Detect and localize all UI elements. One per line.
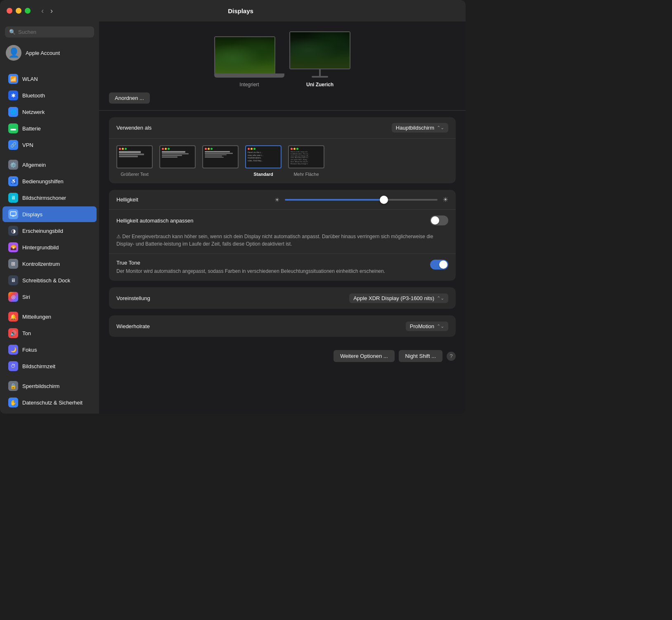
fokus-icon: 🌙 xyxy=(8,345,18,355)
minimize-button[interactable] xyxy=(16,8,21,14)
avatar-icon: 👤 xyxy=(8,47,19,58)
window-title: Displays xyxy=(55,7,426,14)
search-bar[interactable]: 🔍 xyxy=(5,26,94,38)
sidebar-item-fokus[interactable]: 🌙 Fokus xyxy=(2,342,97,357)
sidebar-item-mitteilungen[interactable]: 🔔 Mitteilungen xyxy=(2,309,97,324)
res-option-3[interactable] xyxy=(202,145,239,177)
display-thumb-uni-zuerich[interactable]: Uni Zuerich xyxy=(289,31,350,88)
res-option-2[interactable] xyxy=(159,145,196,177)
sidebar-item-label: Fokus xyxy=(22,347,37,353)
sidebar-item-erscheinungsbild[interactable]: ◑ Erscheinungsbild xyxy=(2,223,97,239)
dropdown-arrows-icon: ⌃⌄ xyxy=(437,324,444,329)
hauptbildschirm-dropdown[interactable]: Hauptbildschirm ⌃⌄ xyxy=(392,123,448,133)
sidebar-item-displays[interactable]: Displays xyxy=(2,206,97,222)
sidebar-item-netzwerk[interactable]: 🌐 Netzwerk xyxy=(2,104,97,120)
sidebar-item-label: Kontrollzentrum xyxy=(22,261,60,267)
apple-account-item[interactable]: 👤 Apple Account xyxy=(0,41,99,65)
display-thumb-integrated[interactable]: Integriert xyxy=(214,36,284,88)
sidebar-item-ton[interactable]: 🔊 Ton xyxy=(2,325,97,341)
erscheinungsbild-icon: ◑ xyxy=(8,226,18,236)
true-tone-toggle[interactable] xyxy=(430,260,448,270)
sidebar-item-bildschirmschoner[interactable]: 🖥 Bildschirmschoner xyxy=(2,190,97,206)
kontrollzentrum-icon: ⊞ xyxy=(8,259,18,269)
sidebar-item-label: Bildschirmschoner xyxy=(22,195,66,201)
sun-small-icon: ☀ xyxy=(274,196,280,203)
sidebar-item-bluetooth[interactable]: ✱ Bluetooth xyxy=(2,88,97,103)
true-tone-desc: Der Monitor wird automatisch angepasst, … xyxy=(116,267,424,275)
res-option-groesser[interactable]: Größerer Text xyxy=(116,145,153,177)
sidebar-item-label: Siri xyxy=(22,294,30,300)
verwenden-als-row: Verwenden als Hauptbildschirm ⌃⌄ xyxy=(109,117,456,139)
title-bar: ‹ › Displays xyxy=(0,0,466,21)
datenschutz-icon: ✋ xyxy=(8,398,18,407)
sidebar: 🔍 👤 Apple Account 📶 WLAN ✱ Bluetooth 🌐 N… xyxy=(0,21,99,414)
sidebar-item-label: Datenschutz & Sicherheit xyxy=(22,400,83,406)
search-input[interactable] xyxy=(18,29,90,35)
auto-helligkeit-toggle[interactable] xyxy=(430,215,448,225)
toggle-knob xyxy=(431,216,439,225)
hauptbildschirm-value: Hauptbildschirm xyxy=(396,125,434,131)
maximize-button[interactable] xyxy=(25,8,31,14)
true-tone-title: True Tone xyxy=(116,260,424,266)
helligkeit-section: Helligkeit ☀ ☀ Helligkeit automatisch an… xyxy=(109,190,456,281)
true-tone-text: True Tone Der Monitor wird automatisch a… xyxy=(116,260,424,275)
wiederholrate-value: ProMotion xyxy=(410,323,434,329)
sidebar-item-sperrbildschirm[interactable]: 🔒 Sperrbildschirm xyxy=(2,378,97,394)
integrated-display-label: Integriert xyxy=(239,82,259,88)
voreinstellung-label: Voreinstellung xyxy=(116,295,349,301)
bluetooth-icon: ✱ xyxy=(8,90,18,100)
sperrbildschirm-icon: 🔒 xyxy=(8,381,18,391)
res-option-mehr-flaeche[interactable]: Here's to the crazy one troubleshooters.… xyxy=(288,145,324,177)
sidebar-item-schreibtisch[interactable]: 🖥 Schreibtisch & Dock xyxy=(2,272,97,288)
brightness-thumb xyxy=(380,196,388,204)
weitere-optionen-button[interactable]: Weitere Optionen ... xyxy=(334,350,394,362)
siri-icon: ◎ xyxy=(8,292,18,302)
wlan-icon: 📶 xyxy=(8,74,18,84)
sidebar-item-kontrollzentrum[interactable]: ⊞ Kontrollzentrum xyxy=(2,256,97,272)
sidebar-item-wlan[interactable]: 📶 WLAN xyxy=(2,71,97,87)
traffic-lights xyxy=(7,8,31,14)
bildschirmschoner-icon: 🖥 xyxy=(8,193,18,203)
sidebar-item-datenschutz[interactable]: ✋ Datenschutz & Sicherheit xyxy=(2,395,97,410)
bildschirmzeit-icon: ⏱ xyxy=(8,361,18,371)
arrange-button[interactable]: Anordnen ... xyxy=(109,92,150,104)
sidebar-item-batterie[interactable]: ▬ Batterie xyxy=(2,121,97,136)
voreinstellung-dropdown[interactable]: Apple XDR Display (P3-1600 nits) ⌃⌄ xyxy=(349,293,448,303)
res-option-standard[interactable]: Here's to the c... ones who see t... tro… xyxy=(245,145,282,177)
search-icon: 🔍 xyxy=(9,29,16,35)
sidebar-item-label: Sperrbildschirm xyxy=(22,383,59,389)
sidebar-item-allgemein[interactable]: ⚙️ Allgemein xyxy=(2,157,97,173)
arrange-bar: Anordnen ... xyxy=(99,88,466,104)
sidebar-item-hintergrundbild[interactable]: 🌄 Hintergrundbild xyxy=(2,239,97,255)
res-label-standard: Standard xyxy=(253,172,273,177)
ton-icon: 🔊 xyxy=(8,328,18,338)
wiederholrate-row: Wiederholrate ProMotion ⌃⌄ xyxy=(109,315,456,337)
res-label-groesser: Größerer Text xyxy=(121,172,149,177)
night-shift-button[interactable]: Night Shift ... xyxy=(399,350,442,362)
voreinstellung-row: Voreinstellung Apple XDR Display (P3-160… xyxy=(109,287,456,309)
warning-text: ⚠ Der Energieverbrauch kann höher sein, … xyxy=(116,233,448,248)
mitteilungen-icon: 🔔 xyxy=(8,312,18,322)
help-button[interactable]: ? xyxy=(447,352,456,361)
warning-row: ⚠ Der Energieverbrauch kann höher sein, … xyxy=(109,231,456,253)
res-preview-2 xyxy=(159,145,196,168)
sidebar-item-bedienungshilfen[interactable]: ♿ Bedienungshilfen xyxy=(2,173,97,189)
displays-icon xyxy=(8,209,18,219)
close-button[interactable] xyxy=(7,8,12,14)
back-arrow[interactable]: ‹ xyxy=(39,6,46,16)
res-preview-standard: Here's to the c... ones who see t... tro… xyxy=(245,145,282,168)
sidebar-item-vpn[interactable]: 🔗 VPN xyxy=(2,137,97,153)
wiederholrate-dropdown[interactable]: ProMotion ⌃⌄ xyxy=(406,322,448,331)
brightness-slider[interactable] xyxy=(285,199,438,201)
res-preview-groesser xyxy=(116,145,153,168)
svg-rect-1 xyxy=(12,216,14,217)
allgemein-icon: ⚙️ xyxy=(8,160,18,170)
sidebar-item-label: Displays xyxy=(22,211,43,218)
main-layout: 🔍 👤 Apple Account 📶 WLAN ✱ Bluetooth 🌐 N… xyxy=(0,21,466,414)
wiederholrate-label: Wiederholrate xyxy=(116,323,406,329)
verwenden-als-section: Verwenden als Hauptbildschirm ⌃⌄ xyxy=(109,117,456,183)
forward-arrow[interactable]: › xyxy=(48,6,55,16)
sidebar-item-siri[interactable]: ◎ Siri xyxy=(2,289,97,305)
sidebar-item-bildschirmzeit[interactable]: ⏱ Bildschirmzeit xyxy=(2,358,97,374)
hintergrundbild-icon: 🌄 xyxy=(8,242,18,252)
